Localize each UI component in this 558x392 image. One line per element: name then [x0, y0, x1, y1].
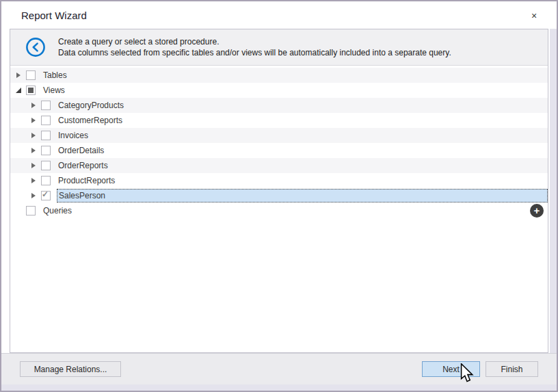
- selected-row-highlight: SalesPerson: [57, 189, 548, 202]
- wizard-page-panel: Create a query or select a stored proced…: [10, 29, 548, 353]
- expand-arrow-icon[interactable]: [30, 162, 37, 169]
- checkbox-unchecked[interactable]: [41, 131, 51, 140]
- checkbox-unchecked[interactable]: [41, 146, 51, 155]
- tree-row-orderdetails[interactable]: OrderDetails: [10, 143, 548, 158]
- checkbox-unchecked[interactable]: [41, 101, 51, 110]
- checkbox-check-mark: ✓: [42, 190, 49, 198]
- checkbox-unchecked[interactable]: [41, 116, 51, 125]
- expand-arrow-icon[interactable]: [30, 147, 37, 154]
- tree-item-label: CustomerReports: [57, 116, 122, 125]
- tree-item-label: SalesPerson: [57, 191, 105, 200]
- tree-item-label: Tables: [42, 70, 67, 80]
- tree-item-label: ProductReports: [57, 176, 115, 185]
- tree-item-label-area: OrderDetails: [57, 144, 104, 157]
- tree-item-label-area: Views: [42, 83, 65, 97]
- tree-item-label: Invoices: [57, 131, 88, 140]
- tree-row-categoryproducts[interactable]: CategoryProducts: [10, 98, 548, 113]
- report-wizard-dialog: Report Wizard × Create a query or select…: [0, 0, 558, 392]
- tree-item-label: OrderReports: [57, 161, 108, 170]
- wizard-page-header: Create a query or select a stored proced…: [10, 29, 548, 66]
- window-frame-bottom: [1, 384, 557, 391]
- expand-arrow-icon[interactable]: [15, 72, 22, 79]
- tree-item-label: CategoryProducts: [57, 101, 124, 110]
- mouse-cursor-icon: [460, 363, 474, 383]
- close-icon[interactable]: ×: [527, 9, 542, 23]
- wizard-description-line2: Data columns selected from specific tabl…: [58, 47, 451, 58]
- finish-button[interactable]: Finish: [486, 361, 538, 377]
- expand-arrow-icon[interactable]: [30, 117, 37, 124]
- expand-arrow-icon[interactable]: [30, 177, 37, 184]
- window-title: Report Wizard: [21, 10, 87, 21]
- tree-row-productreports[interactable]: ProductReports: [10, 173, 548, 188]
- tree-row-customerreports[interactable]: CustomerReports: [10, 113, 548, 128]
- data-source-tree: TablesViewsCategoryProductsCustomerRepor…: [10, 66, 548, 352]
- tree-item-label: Queries: [42, 206, 72, 215]
- tree-item-label-area: CategoryProducts: [57, 99, 124, 112]
- tree-row-salesperson[interactable]: ✓SalesPerson: [10, 188, 548, 203]
- tree-item-label-area: ProductReports: [57, 174, 115, 187]
- collapse-arrow-icon[interactable]: [15, 87, 22, 94]
- tree-row-queries[interactable]: Queries+: [10, 203, 548, 218]
- checkbox-unchecked[interactable]: [26, 70, 36, 80]
- tree-row-invoices[interactable]: Invoices: [10, 128, 548, 143]
- tree-item-label-area: Invoices: [57, 129, 88, 142]
- wizard-description: Create a query or select a stored proced…: [58, 36, 451, 58]
- tree-item-label: OrderDetails: [57, 146, 104, 155]
- manage-relations-button[interactable]: Manage Relations...: [20, 361, 121, 377]
- expand-arrow-icon[interactable]: [30, 192, 37, 199]
- expand-arrow-icon[interactable]: [30, 132, 37, 139]
- tree-row-orderreports[interactable]: OrderReports: [10, 158, 548, 173]
- tree-item-label-area: OrderReports: [57, 159, 108, 172]
- checkbox-unchecked[interactable]: [41, 176, 51, 185]
- checkbox-unchecked[interactable]: [41, 161, 51, 170]
- checkbox-unchecked[interactable]: [26, 206, 36, 215]
- checkbox-checked[interactable]: ✓: [41, 191, 51, 200]
- tree-item-label: Views: [42, 86, 65, 95]
- checkbox-indeterminate-mark: [28, 88, 34, 93]
- tree-item-label-area: Tables: [42, 68, 67, 82]
- window-frame-right: [550, 29, 557, 384]
- checkbox-indeterminate[interactable]: [26, 86, 36, 95]
- add-query-button[interactable]: +: [530, 204, 544, 218]
- tree-item-label-area: CustomerReports: [57, 114, 122, 127]
- expand-arrow-icon[interactable]: [30, 102, 37, 109]
- tree-row-views[interactable]: Views: [10, 83, 548, 98]
- tree-item-label-area: Queries: [42, 204, 72, 218]
- wizard-description-line1: Create a query or select a stored proced…: [58, 36, 451, 47]
- tree-row-tables[interactable]: Tables: [10, 68, 548, 83]
- back-icon[interactable]: [25, 37, 46, 57]
- titlebar: Report Wizard ×: [1, 1, 557, 29]
